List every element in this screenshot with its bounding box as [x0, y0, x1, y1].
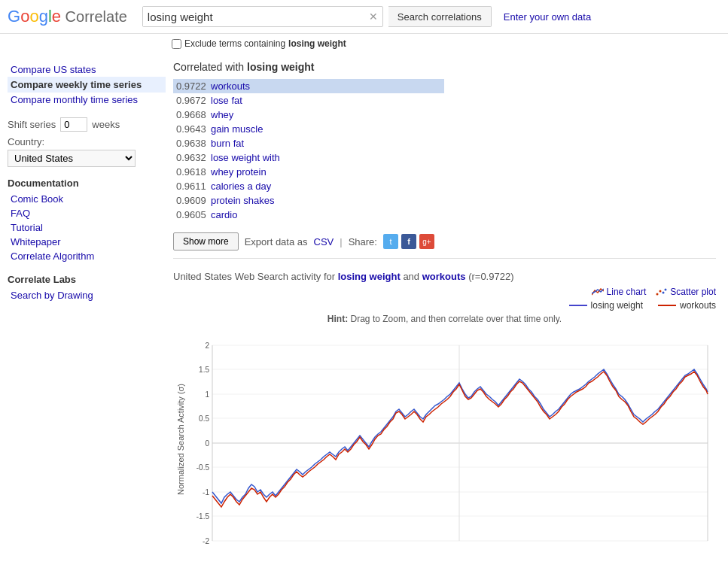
svg-text:2: 2 [205, 342, 209, 350]
section-divider [173, 258, 716, 259]
corr-term-8[interactable]: protein shakes [211, 195, 275, 206]
scatter-plot-control[interactable]: Scatter plot [655, 287, 716, 297]
chart-query2: workouts [422, 271, 466, 282]
country-row: Country: United States Australia Canada … [8, 136, 166, 167]
sidebar-item-whitepaper[interactable]: Whitepaper [8, 235, 166, 249]
nav-section: Compare US states Compare weekly time se… [8, 62, 166, 107]
corr-term-9[interactable]: cardio [211, 209, 237, 220]
gplus-share-icon[interactable]: g+ [419, 234, 434, 249]
documentation-heading: Documentation [8, 178, 166, 189]
svg-text:0.5: 0.5 [199, 414, 209, 423]
logo: Google Correlate [8, 7, 133, 26]
logo-g: G [8, 7, 20, 26]
corr-term-6[interactable]: whey protein [211, 166, 267, 178]
sidebar-item-comic-book[interactable]: Comic Book [8, 192, 166, 206]
share-icons: t f g+ [383, 234, 434, 249]
corr-score-5: 0.9632 [176, 152, 211, 163]
chart-container[interactable]: Normalized Search Activity (σ) 2 1.5 1 [173, 330, 716, 548]
hint-text-body: Drag to Zoom, and then correlate over th… [351, 314, 562, 324]
search-button[interactable]: Search correlations [388, 6, 492, 27]
sidebar-item-faq[interactable]: FAQ [8, 206, 166, 220]
line-chart-control[interactable]: Line chart [592, 287, 647, 297]
chart-query1: losing weight [338, 271, 401, 282]
country-select[interactable]: United States Australia Canada United Ki… [8, 150, 136, 167]
svg-text:-0.5: -0.5 [196, 463, 210, 472]
sidebar-item-search-by-drawing[interactable]: Search by Drawing [8, 288, 166, 302]
correlation-header: Correlated with losing weight [173, 61, 716, 73]
svg-point-3 [665, 289, 667, 291]
corr-score-0: 0.9722 [176, 80, 211, 92]
legend-red: workouts [658, 300, 716, 311]
svg-point-0 [656, 293, 659, 296]
corr-term-3[interactable]: gain muscle [211, 123, 263, 135]
legend-label-red: workouts [680, 300, 716, 311]
sidebar-item-correlate-algorithm[interactable]: Correlate Algorithm [8, 249, 166, 263]
exclude-label[interactable]: Exclude terms containing losing weight [172, 38, 346, 49]
twitter-share-icon[interactable]: t [383, 234, 398, 249]
shift-unit: weeks [92, 119, 120, 130]
corr-term-4[interactable]: burn fat [211, 138, 244, 149]
corr-score-7: 0.9611 [176, 181, 211, 192]
corr-term-1[interactable]: lose fat [211, 95, 242, 106]
export-csv-link[interactable]: CSV [314, 236, 334, 247]
chart-section: United States Web Search activity for lo… [173, 268, 716, 548]
labs-heading: Correlate Labs [8, 274, 166, 285]
corr-score-2: 0.9668 [176, 109, 211, 120]
table-row: 0.9672 lose fat [173, 93, 444, 108]
table-row: 0.9643 gain muscle [173, 122, 444, 136]
chart-r: r=0.9722 [471, 271, 510, 282]
table-row: 0.9609 protein shakes [173, 193, 444, 208]
table-row: 0.9722 workouts [173, 79, 444, 93]
search-box: ✕ [142, 6, 383, 27]
table-row: 0.9605 cardio [173, 208, 444, 222]
shift-row: Shift series weeks [8, 117, 166, 132]
enter-own-data-link[interactable]: Enter your own data [504, 11, 591, 23]
chart-title-and: and [403, 271, 422, 282]
legend-blue: losing weight [569, 300, 643, 311]
corr-term-0[interactable]: workouts [211, 80, 250, 92]
sidebar-item-compare-weekly[interactable]: Compare weekly time series [8, 77, 166, 93]
documentation-section: Documentation Comic Book FAQ Tutorial Wh… [8, 178, 166, 263]
sidebar-item-compare-monthly[interactable]: Compare monthly time series [8, 93, 166, 107]
corr-term-7[interactable]: calories a day [211, 181, 271, 192]
exclude-term: losing weight [288, 38, 346, 49]
sub-header: Exclude terms containing losing weight [0, 34, 728, 53]
share-label: Share: [349, 236, 377, 247]
chart-r-close: ) [510, 271, 513, 282]
corr-header-term: losing weight [247, 61, 314, 73]
sidebar-item-tutorial[interactable]: Tutorial [8, 220, 166, 235]
corr-term-5[interactable]: lose weight with [211, 152, 280, 163]
show-more-button[interactable]: Show more [173, 232, 239, 250]
time-series-chart[interactable]: Normalized Search Activity (σ) 2 1.5 1 [173, 330, 715, 548]
y-axis-label: Normalized Search Activity (σ) [176, 384, 185, 495]
search-input[interactable] [143, 7, 364, 26]
shift-section: Shift series weeks Country: United State… [8, 117, 166, 167]
logo-o2: o [29, 7, 38, 26]
actions-row: Show more Export data as CSV | Share: t … [173, 232, 716, 250]
corr-header-prefix: Correlated with [173, 61, 244, 73]
legend-line-red [658, 305, 676, 306]
svg-point-2 [663, 292, 665, 294]
corr-score-4: 0.9638 [176, 138, 211, 149]
search-clear-icon[interactable]: ✕ [364, 11, 382, 23]
shift-label: Shift series [8, 119, 56, 130]
facebook-share-icon[interactable]: f [401, 234, 416, 249]
chart-title: United States Web Search activity for lo… [173, 271, 716, 282]
exclude-checkbox[interactable] [172, 39, 181, 49]
shift-input[interactable] [60, 117, 87, 132]
logo-g2: g [39, 7, 48, 26]
chart-legend: losing weight workouts [173, 300, 716, 311]
logo-e: e [52, 7, 61, 26]
content-area: Correlated with losing weight 0.9722 wor… [166, 53, 728, 548]
svg-text:1: 1 [205, 390, 209, 399]
labs-section: Correlate Labs Search by Drawing [8, 274, 166, 302]
sidebar-item-compare-us-states[interactable]: Compare US states [8, 62, 166, 77]
svg-text:-1: -1 [203, 488, 209, 496]
svg-text:-1.5: -1.5 [196, 512, 210, 521]
line-chart-icon [592, 287, 604, 296]
table-row: 0.9668 whey [173, 108, 444, 122]
scatter-plot-label: Scatter plot [670, 287, 716, 297]
table-row: 0.9632 lose weight with [173, 150, 444, 165]
corr-term-2[interactable]: whey [211, 109, 233, 120]
chart-controls: Line chart Scatter plot [173, 287, 716, 297]
